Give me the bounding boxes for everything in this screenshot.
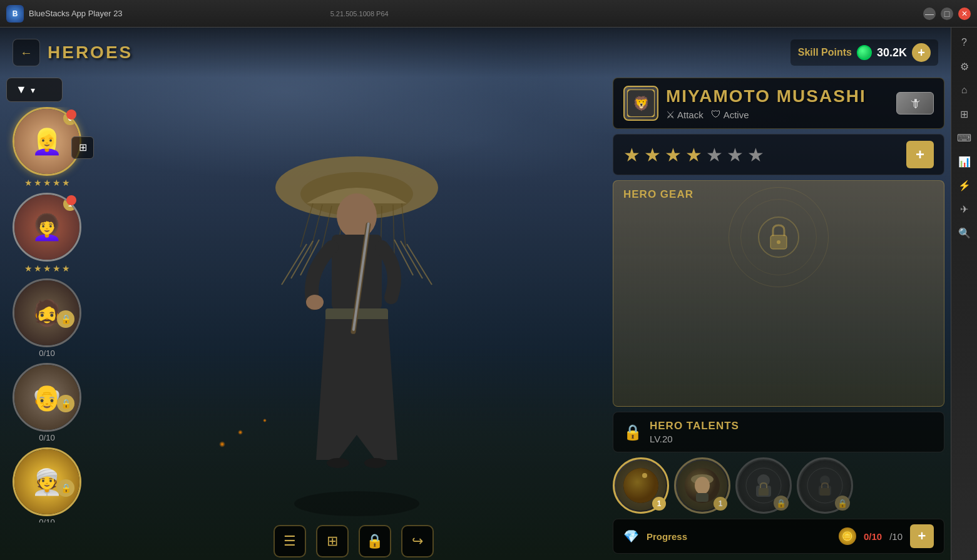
hero-progress-4: 0/10	[6, 433, 88, 442]
hero-name-card: 🦁 MIYAMOTO MUSASHI ⚔ Attack 🛡 Active	[613, 78, 944, 129]
star-big-3: ★	[665, 144, 682, 166]
hero-item-male-2[interactable]: 👴 🔒 0/10	[6, 363, 88, 442]
skill-icon-4[interactable]: 🔒	[797, 457, 853, 514]
airplane-tool[interactable]: ✈	[954, 199, 974, 219]
svg-point-25	[294, 491, 419, 516]
svg-point-32	[623, 468, 658, 503]
gear-circle-decoration	[729, 187, 829, 287]
performance-tool[interactable]: 📊	[954, 151, 974, 171]
skill-lock-3: 🔒	[774, 496, 789, 511]
bluestacks-sidebar: ? ⚙ ⌂ ⊞ ⌨ 📊 ⚡ ✈ 🔍	[951, 28, 977, 560]
nav-list-button[interactable]: ☰	[274, 525, 306, 557]
hero-progress-5: 0/10	[6, 517, 88, 522]
hero-lock-5: 🔒	[57, 479, 74, 497]
svg-line-13	[282, 244, 307, 285]
close-button[interactable]: ✕	[958, 8, 971, 20]
titlebar: B BlueStacks App Player 23 5.21.505.1008…	[0, 0, 977, 28]
settings-tool[interactable]: ⚙	[954, 56, 974, 76]
macro-tool[interactable]: ⚡	[954, 175, 974, 195]
attack-icon: ⚔	[666, 109, 675, 121]
star-2-2: ★	[34, 263, 42, 273]
hero-item-male-3[interactable]: 👳 🔒 0/10	[6, 447, 88, 522]
svg-point-39	[757, 474, 770, 487]
skill-lock-4: 🔒	[835, 496, 850, 511]
progress-max-label: /10	[889, 531, 903, 542]
back-button[interactable]: ←	[13, 39, 40, 66]
star-big-1: ★	[623, 144, 640, 166]
app-title: BlueStacks App Player 23	[29, 9, 325, 18]
star-1-5: ★	[62, 178, 70, 188]
hero-gear-card: HERO GEAR	[613, 180, 944, 407]
stars-area: ★ ★ ★ ★ ★ ★ ★ +	[613, 134, 944, 175]
hero-avatar-3: 🧔 🔒	[13, 278, 81, 347]
hero-item-dark-female[interactable]: 👩‍🦱 1 ★ ★ ★ ★ ★	[6, 193, 88, 273]
hero-progress-3: 0/10	[6, 349, 88, 358]
svg-point-11	[337, 193, 377, 238]
skills-row: 1	[613, 457, 944, 514]
progress-gem-icon: 💎	[623, 529, 639, 544]
star-1-3: ★	[43, 178, 51, 188]
active-icon: 🛡	[711, 109, 721, 120]
left-panel: ▼ ▾ 👱‍♀️ 6 ★ ★ ★ ★ ★ ⊞	[6, 78, 106, 522]
hero-list: 👱‍♀️ 6 ★ ★ ★ ★ ★ ⊞ 👩‍🦱 1	[6, 107, 106, 522]
filter-button[interactable]: ▼ ▾	[6, 78, 63, 102]
stars-row: ★ ★ ★ ★ ★ ★ ★	[623, 144, 764, 166]
star-big-6: ★	[727, 144, 744, 166]
progress-currency-icon: 🪙	[839, 527, 856, 545]
hero-item-blonde-female[interactable]: 👱‍♀️ 6 ★ ★ ★ ★ ★ ⊞	[6, 107, 88, 188]
skill-icon-1[interactable]: 1	[613, 457, 669, 514]
hero-avatar-5: 👳 🔒	[13, 447, 81, 516]
search-tool[interactable]: 🔍	[954, 223, 974, 243]
progress-add-button[interactable]: +	[910, 524, 934, 548]
svg-text:🦁: 🦁	[633, 95, 650, 112]
hero-avatar-4: 👴 🔒	[13, 363, 81, 432]
nav-share-button[interactable]: ↪	[401, 525, 434, 557]
hero-tag-active: 🛡 Active	[711, 109, 749, 121]
svg-point-33	[642, 473, 647, 478]
home-tool[interactable]: ⌂	[954, 80, 974, 100]
minimize-button[interactable]: —	[923, 8, 936, 20]
keyboard-tool[interactable]: ⌨	[954, 128, 974, 148]
star-2-1: ★	[24, 263, 33, 273]
nav-grid-button[interactable]: ⊞	[316, 525, 349, 557]
svg-point-24	[364, 458, 387, 468]
hero-lock-3: 🔒	[57, 310, 74, 328]
star-1-2: ★	[34, 178, 42, 188]
star-2-3: ★	[43, 263, 51, 273]
tag-active-label: Active	[724, 109, 749, 120]
emblem-svg: 🦁	[627, 89, 655, 117]
hero-sword-button[interactable]: 🗡	[896, 92, 934, 115]
skill-badge-1: 1	[652, 497, 666, 511]
add-skill-points-button[interactable]: +	[912, 43, 931, 62]
star-2-5: ★	[62, 263, 70, 273]
grid-view-button[interactable]: ⊞	[71, 136, 94, 159]
gear-lock-area	[623, 206, 934, 268]
help-tool[interactable]: ?	[954, 33, 974, 53]
hero-item-male-1[interactable]: 🧔 🔒 0/10	[6, 278, 88, 358]
svg-rect-37	[696, 493, 708, 502]
hero-lock-4: 🔒	[57, 395, 74, 412]
hero-tag-attack: ⚔ Attack	[666, 109, 703, 121]
samurai-svg	[257, 135, 457, 560]
skill-points-value: 30.2K	[877, 46, 907, 59]
talents-level: LV.20	[650, 434, 934, 444]
skill-icon-2[interactable]: 1	[674, 457, 730, 514]
svg-point-36	[695, 477, 710, 494]
star-1-4: ★	[53, 178, 61, 188]
progress-label: Progress	[647, 531, 831, 542]
skill-icon-3[interactable]: 🔒	[735, 457, 792, 514]
hero-tags: ⚔ Attack 🛡 Active	[666, 109, 889, 121]
stars-add-button[interactable]: +	[906, 141, 934, 168]
sword-icon: 🗡	[909, 96, 921, 111]
skill-badge-2: 1	[714, 497, 727, 511]
skill-points-area: Skill Points 30.2K +	[790, 39, 938, 66]
game-area: ← HEROES Skill Points 30.2K + ▼ ▾ 👱‍♀️ 6	[0, 28, 951, 560]
maximize-button[interactable]: □	[941, 8, 953, 20]
filter-icon: ▼	[16, 83, 27, 96]
nav-lock-button[interactable]: 🔒	[359, 525, 391, 557]
apps-tool[interactable]: ⊞	[954, 104, 974, 124]
svg-point-22	[306, 295, 324, 310]
star-big-5: ★	[706, 144, 723, 166]
bottom-nav: ☰ ⊞ 🔒 ↪	[94, 522, 613, 560]
svg-rect-45	[820, 488, 830, 496]
